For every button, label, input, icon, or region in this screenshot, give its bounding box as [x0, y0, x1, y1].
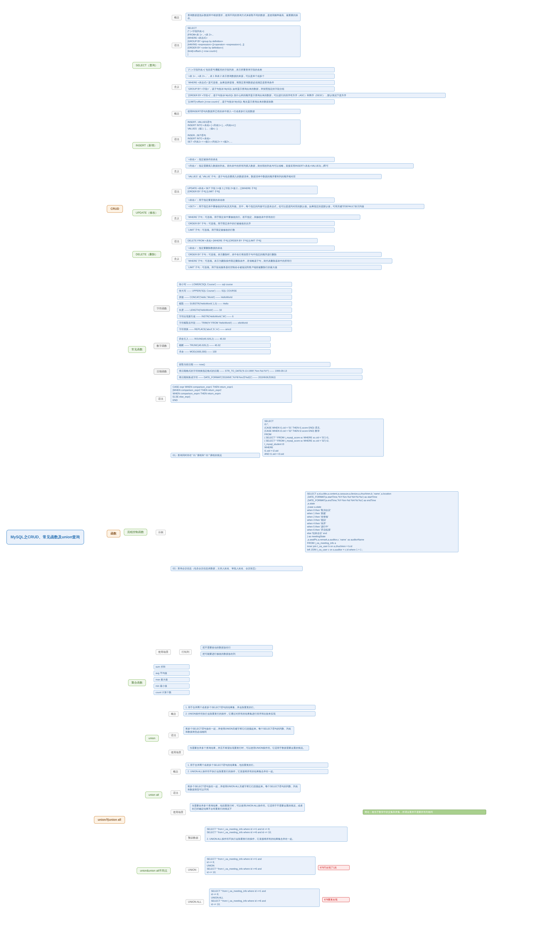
- box-diff-ual-note: 678重复出现: [322, 897, 349, 902]
- box-ins-gn: 使用INSERT语句向数据库已有的表中插入一行或者多行元组数据: [186, 109, 300, 114]
- box-sel-hy1: `<表 1>，<表 2>...`，表 1 和表 2 表示查询数据的来源，可以是单…: [186, 74, 335, 79]
- lbl-del-yf: 语法: [172, 239, 182, 244]
- lbl-ins-gn: 概念: [172, 111, 182, 116]
- node-zifu: 字符函数: [154, 305, 170, 312]
- box-zf2: 拼接 —— CONCAT('Hello','World') —— HelloWo…: [177, 295, 292, 300]
- box-lc-s1v: SELECT t3.*, (CASE WHEN t1.cid = '01' TH…: [263, 419, 384, 457]
- box-sel-hy4: `[ORDER BY <字段>]`，该子句告诉 MySQL 按什么样的顺序显示查…: [186, 93, 446, 98]
- box-lc-sy1: 把可能要进行修改的数据放在列: [201, 651, 273, 656]
- lbl-u-sy: 使用场景: [169, 750, 183, 755]
- box-del-yf: DELETE FROM <表名> [WHERE 子句] [ORDER BY 子句…: [186, 238, 318, 243]
- box-upd-hy2: `WHERE`子句：可选项。用于限定表中要修改的行。若不指定，则修改表中所有的行: [186, 215, 360, 220]
- box-sel-hy2: `WHERE <表达式>`是可选项，如果选择该项，将限定查询数据必须满足该查询条…: [186, 80, 335, 85]
- box-del-hy0: `<表名>`：指定要删除数据的表名: [186, 246, 335, 251]
- box-jh2: max 最大值: [154, 677, 189, 682]
- box-del-hy1: `ORDER BY`子句：可选项。表示删除时，表中各行将按照子句中指定的顺序进行…: [186, 252, 382, 257]
- box-upd-yf: UPDATE <表名> SET 字段 1=值 1 [,字段 2=值 2... ]…: [186, 186, 318, 194]
- node-shuzi: 数字函数: [154, 343, 170, 349]
- box-ua-yf: 将多个SELECT语句放在一起，并使用UNION ALL关键字将它们连接起来。每…: [186, 784, 300, 792]
- box-diff-un-note: 678只出现了1次: [318, 865, 349, 870]
- node-select: SELECT（查询）: [132, 62, 161, 69]
- box-zf4: 长度 —— LENGTH('HelloWorld') —— 10: [177, 308, 292, 313]
- box-u-yf: 将多个SELECT语句放在一起，并使用UNION关键字将它们连接起来。每个SEL…: [183, 726, 294, 734]
- box-u-gn0: 1. 用于合并两个或者多个SELECT语句的结果集，并去除重复的行。: [183, 705, 315, 710]
- lbl-diff-ual: UNION ALL: [186, 900, 204, 905]
- box-jh1: avg 平均值: [154, 671, 189, 676]
- box-sel-hy5: `[LIMIT[<offset>,]<row count>]`，该子句告诉 My…: [186, 99, 335, 104]
- box-zf6: 字符截取后半段 —— TRIM('H' FROM 'HelloWorld') —…: [177, 321, 292, 326]
- box-zf5: 字符出现索引值 —— INSTR('HelloWorld','W') —— 6: [177, 314, 292, 319]
- box-select-gainian: 查询数据是指从数据库中根据需求，使用不同的查询方式来获取不同的数据，是使用频率最…: [186, 13, 300, 21]
- node-juhe: 聚合函数: [128, 679, 146, 686]
- node-riqi: 日期函数: [154, 369, 170, 375]
- box-upd-hy4: `LIMIT`子句：可选项。用于限定被修改的行数: [186, 227, 335, 232]
- branch-crud: CRUD: [107, 205, 123, 213]
- box-lc-s1l: 01）查询同时存在" 01 "课程和" 02 "课程的情况: [171, 453, 260, 458]
- lbl-del-hy: 含义: [172, 256, 182, 262]
- lbl-upd-hy: 含义: [172, 216, 182, 221]
- lbl-diff-un: UNION: [186, 867, 199, 873]
- box-ua-sy: 当需要合并多个查询结果，包括重复行时，可以使用UNION ALL操作符。它适用于…: [190, 803, 305, 812]
- box-ins-yf: INSERT...VALUES语句 INSERT INTO <表名> [ <列名…: [186, 120, 300, 144]
- box-jianlun: 简论：相当于数学中的交集和并集，所谓去重并不需要所有列相同: [363, 810, 486, 815]
- box-del-hy2: `WHERE`子句：可选项。表示为删除操作限定删除条件，若省略该子句，则代表删除…: [186, 258, 392, 263]
- node-delete: DELETE（删除）: [132, 251, 161, 258]
- box-lc-yf: CASE expr WHEN comparison_expr1 THEN ret…: [171, 384, 292, 403]
- box-rq0: 获取当前日期 —— now(): [177, 362, 330, 367]
- lbl-ins-yf: 语法: [172, 137, 182, 142]
- lbl-lc-hzl: 行转列: [179, 650, 192, 655]
- branch-hanshu: 函数: [107, 530, 120, 537]
- box-zf7: 字符替换 —— REPLACE('abcd','b','m') —— amcd: [177, 327, 292, 332]
- box-upd-hy1: `<SET>`：用于指定表中要修改的列名及其列值。其中，每个指定的列值可以是表达…: [186, 204, 424, 209]
- lbl-ua-gn: 概念: [171, 769, 180, 775]
- box-diff-un: SELECT * from t_oa_meeting_info where id…: [205, 856, 315, 875]
- box-sel-hy3: `GROUP BY <字段>`，该子句告诉 MySQL 如何显示查询出来的数据，…: [186, 86, 335, 91]
- box-u-gn1: 2. UNION操作符执行去除重复行的操作，它通过对所有的结果集进行排序和比较来…: [183, 711, 315, 716]
- lbl-lc-yf: 语法: [156, 396, 166, 401]
- box-zf3: 截取 —— SUBSTR('HelloWorld',1,5) —— Hello: [177, 301, 292, 306]
- lbl-lc-sl: 示例: [156, 530, 166, 535]
- lbl-select-gainian: 概念: [172, 15, 182, 20]
- box-zf0: 转小写 —— LOWER('SQL Course') —— sql course: [177, 282, 292, 287]
- node-union: union: [145, 735, 159, 742]
- box-sz2: 求余 —— MOD(1600,300) —— 100: [177, 349, 271, 354]
- lbl-ins-hy: 含义: [172, 169, 182, 174]
- box-ua-gn0: 1. 用于合并两个或者多个SELECT语句的结果集，包括重复的行。: [186, 762, 328, 768]
- box-diff-ual: SELECT * from t_oa_meeting_info where id…: [209, 889, 320, 907]
- branch-union: union与union all: [94, 816, 125, 824]
- box-diff-mn: SELECT * from t_oa_meeting_info where id…: [205, 827, 348, 842]
- box-lc-sy0: 把不需要改动的数据放在行: [201, 645, 273, 650]
- lbl-lc-sy: 使用场景: [156, 650, 171, 655]
- node-unionall: union all: [145, 792, 162, 798]
- node-update: UPDATE（修改）: [132, 209, 162, 216]
- box-select-yufa: SELECT {* | <字段列名>} [FROM<表 1>，<表 2>... …: [186, 26, 300, 57]
- node-diff: union&union all不同点: [137, 867, 171, 874]
- box-rq2: 将日期转换成字符 —— DATE_FORMAT('2018/6/6','%Y年%…: [177, 375, 362, 380]
- box-sz1: 截断 —— TRUNC(45.926,2) —— 45.92: [177, 343, 271, 348]
- box-sz0: 四舍五入 —— ROUND(45.926,2) —— 45.93: [177, 336, 271, 341]
- box-ins-hy2: `VALUES` 或 `VALUE`子句：该子句包含要插入的数据清单。数据清单中…: [186, 174, 382, 179]
- box-upd-hy3: `ORDER BY`子句：可选项。用于限定表中的行被修改的次序: [186, 221, 335, 226]
- node-liucheng: 流程控制函数: [124, 529, 147, 535]
- box-ins-hy0: `<表名>`：指定被操作的表名: [186, 157, 335, 162]
- lbl-u-gn: 概念: [169, 711, 178, 717]
- box-ua-gn1: 2. UNION ALL操作符不执行去除重复行的操作，它直接将所有的结果集合并在…: [186, 769, 328, 774]
- box-upd-hy0: `<表名>`：用于指定要更新的表名称: [186, 197, 335, 202]
- box-lc-s2v: SELECT a.id,a.title,a.content,a.canyuze,…: [305, 491, 458, 552]
- box-zf1: 转大写 —— UPPER('SQL Course') —— SQL COURSE: [177, 289, 292, 293]
- lbl-u-yf: 语法: [169, 733, 178, 738]
- root-node: MySQL之CRUD、常见函数及union查询: [6, 530, 84, 545]
- node-changjian: 常见函数: [128, 346, 146, 353]
- lbl-diff-mn: 预设数据: [186, 835, 201, 841]
- box-del-hy3: `LIMIT`子句：可选项。用于告知服务器在控制命令被返回到客户端前被删除行的最…: [186, 265, 382, 270]
- box-jh0: sum 求和: [154, 664, 189, 669]
- box-lc-s2l: 02）查询会议信息（包含会议信息表数据，主持人姓名、审批人姓名、会议状态）: [171, 566, 303, 571]
- mindmap: MySQL之CRUD、常见函数及union查询 CRUD SELECT（查询） …: [0, 0, 560, 935]
- lbl-select-hanyi: 含义: [172, 84, 182, 90]
- box-rq1: 将日期格式的字符转换指定格式的日期 —— STR_TO_DATE('9-13-1…: [177, 369, 362, 373]
- box-jh3: min 最小值: [154, 684, 189, 688]
- lbl-select-yufa: 语法: [172, 43, 182, 48]
- box-u-sy: 当需要合并多个查询结果，并且不希望出现重复行时，可以使用UNION操作符。它适用…: [188, 745, 309, 750]
- node-insert: INSERT（新增）: [132, 142, 160, 149]
- lbl-upd-yf: 语法: [172, 189, 182, 194]
